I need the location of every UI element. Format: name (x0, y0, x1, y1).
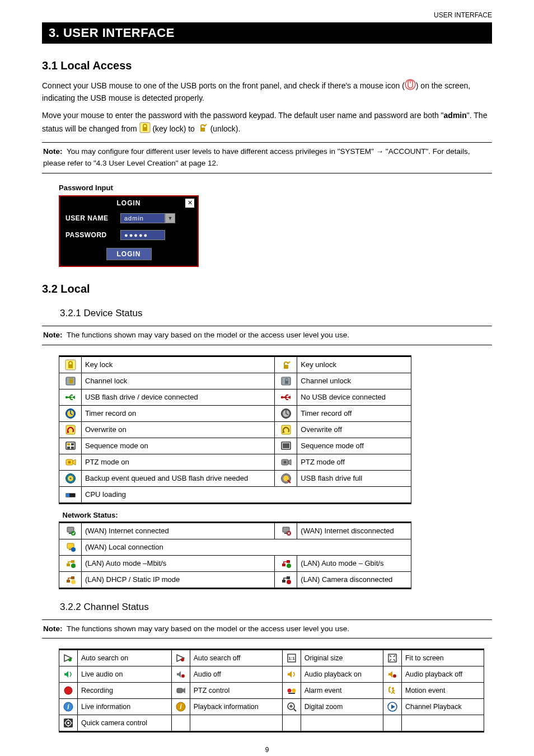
password-label: PASSWORD (65, 231, 116, 239)
table-row: CPU loading (59, 486, 411, 503)
cell: USB flash drive full (297, 470, 411, 486)
username-input[interactable]: admin (120, 213, 165, 223)
table-row: USB flash drive / device connected No US… (59, 389, 411, 405)
login-button[interactable]: LOGIN (106, 248, 152, 260)
overwrite-off-icon (275, 421, 297, 438)
auto-search-off-icon (171, 650, 190, 666)
timer-off-icon (275, 405, 297, 421)
cell: (LAN) DHCP / Static IP mode (82, 571, 275, 588)
cell: (LAN) Camera disconnected (297, 571, 411, 588)
usb-connected-icon (59, 389, 82, 405)
audio-playback-on-icon (282, 666, 301, 683)
login-titlebar: LOGIN ✕ (60, 196, 198, 210)
note-label: Note: (43, 624, 63, 633)
cell: Auto search on (78, 650, 172, 666)
empty-cell (171, 715, 190, 732)
cell: Audio playback on (301, 666, 383, 683)
live-audio-on-icon (59, 666, 78, 683)
cell: Quick camera control (78, 715, 172, 732)
table-row: (LAN) Auto mode –Mbit/s (LAN) Auto mode … (59, 555, 411, 571)
username-label: USER NAME (65, 214, 116, 222)
channel-status-table: Auto search on Auto search off Original … (59, 649, 484, 732)
cell: Audio off (190, 666, 282, 683)
cell (301, 715, 383, 732)
cell: Timer record off (297, 405, 411, 421)
section-3-1-title: 3.1 Local Access (42, 59, 492, 72)
subsection-3-2-1-title: 3.2.1 Device Status (60, 308, 492, 319)
cell: PTZ mode on (82, 454, 275, 470)
ptz-off-icon (275, 454, 297, 470)
lan-mbit-icon (59, 555, 82, 571)
close-icon[interactable]: ✕ (185, 199, 194, 208)
note-text: The functions shown may vary based on th… (65, 624, 350, 633)
cell: Original size (301, 650, 383, 666)
section-3-2-title: 3.2 Local (42, 283, 492, 295)
cell: USB flash drive / device connected (82, 389, 275, 405)
cell: (WAN) Internet connected (82, 522, 275, 539)
keyunlock-icon (275, 356, 297, 373)
cell: (LAN) Auto mode –Mbit/s (82, 555, 275, 571)
password-input[interactable]: ●●●●● (120, 230, 165, 240)
cell: Digital zoom (301, 699, 383, 715)
cell: Playback information (190, 699, 282, 715)
empty-cell (383, 715, 401, 732)
table-row: (LAN) DHCP / Static IP mode (LAN) Camera… (59, 571, 411, 588)
fit-to-screen-icon (383, 650, 401, 666)
alarm-event-icon (282, 683, 301, 699)
note-box-device-status: Note: The functions shown may vary based… (42, 326, 492, 345)
keylock-icon (139, 122, 151, 133)
cell: Recording (78, 683, 172, 699)
wan-disconnected-icon (275, 522, 297, 539)
password-input-heading: Password Input (59, 184, 492, 192)
ptz-on-icon (59, 454, 82, 470)
table-row: Channel lock Channel unlock (59, 373, 411, 389)
recording-icon (59, 683, 78, 699)
cell: Audio playback off (401, 666, 484, 683)
lan-cam-disconnected-icon (275, 571, 297, 588)
cpu-loading-icon (59, 486, 82, 503)
usb-full-icon (275, 470, 297, 486)
cell: Live information (78, 699, 172, 715)
timer-on-icon (59, 405, 82, 421)
table-row: (WAN) Internet connected (WAN) Internet … (59, 522, 411, 539)
text: (unlock). (208, 124, 241, 133)
usb-disconnected-icon (275, 389, 297, 405)
cell (190, 715, 282, 732)
table-row: Recording PTZ control Alarm event Motion… (59, 683, 484, 699)
lan-gbit-icon (275, 555, 297, 571)
mouse-icon (405, 79, 416, 90)
paragraph-usb-mouse: Connect your USB mouse to one of the USB… (42, 79, 492, 104)
cell: PTZ mode off (297, 454, 411, 470)
cell: Overwrite off (297, 421, 411, 438)
digital-zoom-icon (282, 699, 301, 715)
overwrite-on-icon (59, 421, 82, 438)
audio-playback-off-icon (383, 666, 401, 683)
cell: Overwrite on (82, 421, 275, 438)
ptz-control-icon (171, 683, 190, 699)
cell: Timer record on (82, 405, 275, 421)
device-status-table: Key lock Key unlock Channel lock Channel… (59, 355, 411, 589)
page-number: 9 (42, 746, 492, 754)
note-text: You may configure four different user le… (43, 147, 470, 167)
chapter-title: 3. USER INTERFACE (42, 22, 492, 44)
playback-info-icon (171, 699, 190, 715)
table-row: Live information Playback information Di… (59, 699, 484, 715)
cell: Motion event (401, 683, 484, 699)
subsection-3-2-2-title: 3.2.2 Channel Status (60, 602, 492, 613)
table-row: (WAN) Local connection (59, 539, 411, 555)
cell: Sequence mode off (297, 438, 411, 454)
cell: Channel Playback (401, 699, 484, 715)
table-row: Key lock Key unlock (59, 356, 411, 373)
lan-dhcp-icon (59, 571, 82, 588)
table-row: Auto search on Auto search off Original … (59, 650, 484, 666)
cell: No USB device connected (297, 389, 411, 405)
cell: Channel lock (82, 373, 275, 389)
sequence-off-icon (275, 438, 297, 454)
wan-local-icon (59, 539, 82, 555)
cell: Sequence mode on (82, 438, 275, 454)
quick-camera-control-icon (59, 715, 78, 732)
cell: Backup event queued and USB flash drive … (82, 470, 275, 486)
username-dropdown-icon[interactable]: ▼ (165, 213, 175, 223)
table-row: Live audio on Audio off Audio playback o… (59, 666, 484, 683)
backup-queued-icon (59, 470, 82, 486)
